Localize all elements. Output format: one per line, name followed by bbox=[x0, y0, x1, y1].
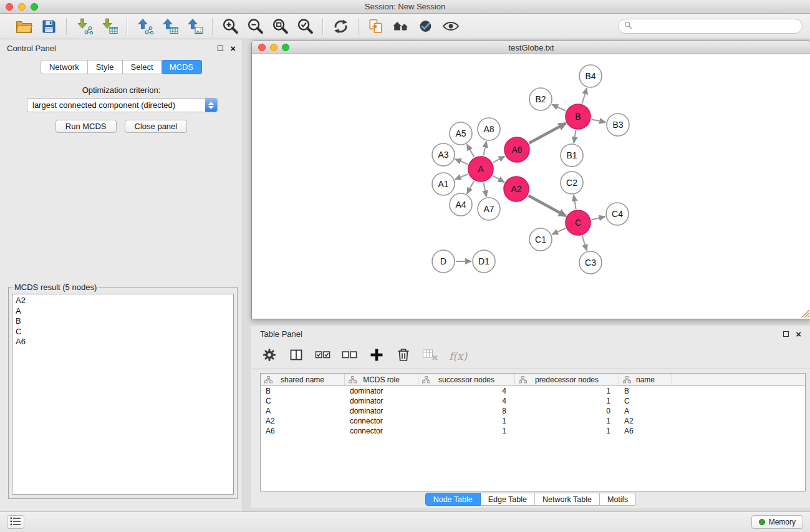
delete-columns-button[interactable] bbox=[395, 347, 412, 365]
tab-style[interactable]: Style bbox=[88, 60, 123, 74]
node-A1[interactable]: A1 bbox=[432, 173, 455, 195]
show-panel-button[interactable] bbox=[7, 515, 24, 529]
column-header-name[interactable]: name bbox=[619, 374, 672, 385]
node-B[interactable]: B bbox=[566, 104, 591, 129]
close-table-panel-icon[interactable]: × bbox=[796, 329, 801, 339]
run-mcds-button[interactable]: Run MCDS bbox=[55, 120, 117, 133]
export-image-button[interactable] bbox=[185, 16, 205, 36]
close-panel-icon[interactable]: × bbox=[230, 44, 236, 53]
edge-B-B2[interactable] bbox=[552, 105, 566, 111]
edge-A-A8[interactable] bbox=[483, 142, 486, 156]
zoom-selected-button[interactable] bbox=[295, 16, 315, 36]
mcds-result-list[interactable]: A2ABCA6 bbox=[12, 294, 234, 495]
node-D[interactable]: D bbox=[432, 250, 455, 273]
edge-C-C3[interactable] bbox=[582, 236, 587, 251]
mcds-result-item[interactable]: A bbox=[16, 306, 230, 317]
node-B2[interactable]: B2 bbox=[529, 88, 552, 110]
node-B1[interactable]: B1 bbox=[561, 144, 583, 167]
export-network-button[interactable] bbox=[135, 16, 155, 36]
save-session-button[interactable] bbox=[39, 16, 59, 36]
network-minimize-button[interactable] bbox=[270, 44, 277, 51]
mcds-result-item[interactable]: A6 bbox=[16, 337, 230, 347]
deselect-all-button[interactable] bbox=[342, 347, 358, 365]
edge-A-A3[interactable] bbox=[455, 159, 468, 164]
tab-motifs[interactable]: Motifs bbox=[600, 493, 636, 506]
float-table-panel-icon[interactable] bbox=[783, 331, 789, 337]
minimize-window-button[interactable] bbox=[18, 3, 26, 11]
node-B4[interactable]: B4 bbox=[579, 65, 602, 87]
edge-B-B4[interactable] bbox=[582, 88, 587, 104]
tab-mcds[interactable]: MCDS bbox=[162, 60, 202, 74]
zoom-window-button[interactable] bbox=[31, 3, 38, 11]
table-row[interactable]: A2connector11A2 bbox=[261, 416, 805, 426]
resize-grip-icon[interactable] bbox=[801, 309, 810, 318]
node-A5[interactable]: A5 bbox=[450, 122, 472, 145]
network-zoom-button[interactable] bbox=[282, 44, 289, 51]
new-column-button[interactable] bbox=[369, 347, 385, 365]
table-row[interactable]: Cdominator41C bbox=[261, 396, 805, 406]
tab-select[interactable]: Select bbox=[123, 60, 162, 74]
network-close-button[interactable] bbox=[258, 44, 266, 51]
edge-A-A1[interactable] bbox=[455, 174, 468, 179]
edge-C-C4[interactable] bbox=[592, 216, 605, 220]
apply-layout-button[interactable] bbox=[330, 16, 350, 36]
node-B3[interactable]: B3 bbox=[607, 114, 629, 136]
node-A[interactable]: A bbox=[468, 157, 493, 181]
node-C1[interactable]: C1 bbox=[529, 228, 552, 251]
zoom-out-button[interactable] bbox=[245, 16, 265, 36]
optimization-criterion-select[interactable]: largest connected component (directed) bbox=[27, 98, 218, 112]
close-panel-button[interactable]: Close panel bbox=[125, 120, 188, 133]
show-graphics-button[interactable] bbox=[441, 16, 461, 36]
column-header-predecessor-nodes[interactable]: predecessor nodes bbox=[515, 374, 619, 385]
visual-style-button[interactable] bbox=[416, 16, 436, 36]
tab-edge-table[interactable]: Edge Table bbox=[481, 493, 535, 506]
node-D1[interactable]: D1 bbox=[473, 250, 495, 273]
edge-A-A2[interactable] bbox=[493, 176, 504, 182]
edge-B-B3[interactable] bbox=[592, 119, 606, 122]
edge-B-B1[interactable] bbox=[574, 130, 576, 143]
edge-C-C1[interactable] bbox=[552, 228, 566, 235]
edge-A-A7[interactable] bbox=[483, 183, 486, 197]
home-button[interactable] bbox=[391, 16, 411, 36]
node-A6[interactable]: A6 bbox=[504, 137, 529, 162]
import-network-button[interactable] bbox=[74, 16, 94, 36]
search-input[interactable] bbox=[635, 22, 796, 31]
node-C4[interactable]: C4 bbox=[606, 203, 629, 225]
open-file-button[interactable] bbox=[14, 16, 34, 36]
column-header-shared-name[interactable]: shared name bbox=[261, 374, 345, 385]
import-table-button[interactable] bbox=[99, 16, 119, 36]
node-C[interactable]: C bbox=[566, 210, 591, 235]
close-window-button[interactable] bbox=[6, 3, 13, 11]
network-graph[interactable]: B4B2BB3A8A5A6A3B1AC2A1A2A4A7C4CC1C3DD1 bbox=[252, 55, 810, 319]
table-row[interactable]: A6connector11A6 bbox=[261, 426, 805, 436]
network-canvas[interactable]: B4B2BB3A8A5A6A3B1AC2A1A2A4A7C4CC1C3DD1 bbox=[252, 55, 810, 319]
edge-C-C2[interactable] bbox=[574, 195, 576, 210]
node-A7[interactable]: A7 bbox=[478, 198, 500, 220]
zoom-in-button[interactable] bbox=[220, 16, 240, 36]
delete-table-button[interactable] bbox=[422, 347, 438, 365]
mcds-result-item[interactable]: B bbox=[16, 316, 230, 327]
column-header-successor-nodes[interactable]: successor nodes bbox=[418, 374, 515, 385]
node-A8[interactable]: A8 bbox=[478, 118, 500, 140]
search-box[interactable] bbox=[618, 19, 803, 34]
float-panel-icon[interactable] bbox=[218, 46, 223, 51]
show-columns-button[interactable] bbox=[288, 347, 304, 365]
table-row[interactable]: Bdominator41B bbox=[261, 386, 805, 396]
node-C2[interactable]: C2 bbox=[561, 172, 583, 194]
edge-A-A5[interactable] bbox=[467, 144, 474, 157]
zoom-fit-button[interactable] bbox=[270, 16, 290, 36]
node-C3[interactable]: C3 bbox=[579, 251, 602, 274]
tab-network-table[interactable]: Network Table bbox=[535, 493, 600, 506]
table-mode-button[interactable] bbox=[261, 347, 277, 365]
edge-A6-B[interactable] bbox=[529, 123, 566, 143]
node-A3[interactable]: A3 bbox=[432, 143, 455, 166]
edge-A-A4[interactable] bbox=[467, 181, 474, 193]
tab-node-table[interactable]: Node Table bbox=[425, 493, 481, 506]
edge-A2-C[interactable] bbox=[528, 196, 566, 216]
export-table-button[interactable] bbox=[160, 16, 180, 36]
select-all-button[interactable] bbox=[315, 347, 331, 365]
duplicate-network-button[interactable] bbox=[366, 16, 386, 36]
column-header-MCDS-role[interactable]: MCDS role bbox=[345, 374, 418, 385]
mcds-result-item[interactable]: C bbox=[16, 327, 230, 337]
node-A2[interactable]: A2 bbox=[504, 177, 529, 201]
